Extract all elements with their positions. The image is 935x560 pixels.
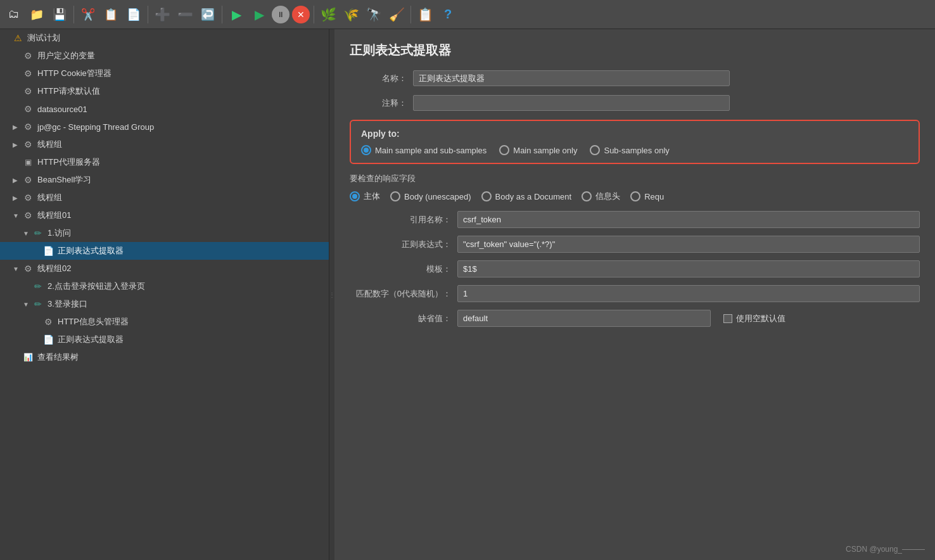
match-num-input[interactable]: [457, 285, 920, 302]
tree-item-regex-extractor2[interactable]: 📄 正则表达式提取器: [0, 331, 329, 348]
tree-item-regex-extractor[interactable]: 📄 正则表达式提取器: [0, 242, 329, 260]
tree-item-thread-group01[interactable]: ▼ ⚙ 线程组01: [0, 207, 329, 224]
arrow-login-api: ▼: [23, 301, 32, 308]
tree-item-http-cookie[interactable]: ⚙ HTTP Cookie管理器: [0, 65, 329, 82]
save-icon[interactable]: 💾: [49, 4, 70, 25]
tree-item-thread-group02[interactable]: ▼ ⚙ 线程组02: [0, 260, 329, 277]
tree-label-beanshell: BeanShell学习: [37, 174, 324, 186]
radio-body-unescaped[interactable]: Body (unescaped): [390, 191, 471, 201]
radio-main-only[interactable]: Main sample only: [499, 145, 577, 155]
radio-label-body: 主体: [364, 191, 380, 202]
tree-label-login-btn: 2.点击登录按钮进入登录页: [48, 281, 324, 292]
report1-icon[interactable]: 🌿: [318, 4, 338, 25]
tree-label-http-default: HTTP请求默认值: [37, 86, 324, 97]
name-input[interactable]: [413, 70, 730, 86]
radio-sub-only[interactable]: Sub-samples only: [590, 145, 669, 155]
regex-input[interactable]: [457, 236, 920, 253]
radio-request[interactable]: Requ: [630, 191, 664, 201]
remove-icon[interactable]: ➖: [175, 4, 195, 25]
login-api-icon: ✏: [32, 298, 44, 310]
add-icon[interactable]: ➕: [152, 4, 172, 25]
tree-item-test-plan[interactable]: ⚠ 测试计划: [0, 29, 329, 47]
radio-circle-sub-only: [590, 145, 600, 155]
tree-item-http-header-mgr[interactable]: ⚙ HTTP信息头管理器: [0, 313, 329, 331]
regex-extractor2-icon: 📄: [42, 333, 54, 346]
radio-label-body-unescaped: Body (unescaped): [404, 192, 471, 201]
regex-label: 正则表达式：: [350, 239, 451, 250]
tree-item-login-btn[interactable]: ✏ 2.点击登录按钮进入登录页: [0, 277, 329, 295]
toolbar: 🗂 📁 💾 ✂️ 📋 📄 ➕ ➖ ↩️ ▶ ▶ ⏸ ✕ 🌿 🌾 🔭 🧹 📋 ?: [0, 0, 935, 29]
http-proxy-icon: ▣: [22, 156, 34, 169]
tree-label-thread-group01: 线程组01: [37, 210, 324, 221]
arrow-visit: ▼: [23, 230, 32, 237]
radio-label-info-header: 信息头: [595, 191, 620, 202]
default-input[interactable]: [457, 310, 711, 327]
new-icon[interactable]: 🗂: [4, 4, 24, 25]
radio-body[interactable]: 主体: [350, 191, 380, 202]
tree-item-thread-group2[interactable]: ▶ ⚙ 线程组: [0, 189, 329, 207]
arrow-thread-group02: ▼: [13, 265, 22, 272]
paste-icon[interactable]: 📄: [124, 4, 144, 25]
tree-item-visit[interactable]: ▼ ✏ 1.访问: [0, 224, 329, 242]
undo-icon[interactable]: ↩️: [198, 4, 218, 25]
play-icon[interactable]: ▶: [226, 4, 246, 25]
list-icon[interactable]: 📋: [415, 4, 435, 25]
match-num-row: 匹配数字（0代表随机）：: [350, 285, 920, 302]
tree-item-datasource[interactable]: ⚙ datasource01: [0, 100, 329, 118]
tree-item-http-default[interactable]: ⚙ HTTP请求默认值: [0, 82, 329, 100]
http-header-mgr-icon: ⚙: [42, 315, 54, 328]
use-empty-checkbox[interactable]: [723, 314, 732, 323]
help-icon[interactable]: ?: [438, 4, 458, 25]
tree-item-thread-group1[interactable]: ▶ ⚙ 线程组: [0, 136, 329, 153]
template-row: 模板：: [350, 260, 920, 277]
radio-circle-body: [350, 191, 360, 201]
radio-label-request: Requ: [644, 192, 664, 201]
radio-circle-info-header: [582, 191, 592, 201]
radio-label-body-as-doc: Body as a Document: [495, 192, 572, 201]
regex-extractor-icon: 📄: [42, 245, 54, 257]
tree-label-jp-group: jp@gc - Stepping Thread Group: [37, 122, 324, 132]
report2-icon[interactable]: 🌾: [341, 4, 361, 25]
tree-label-test-plan: 测试计划: [27, 32, 324, 44]
template-input[interactable]: [457, 260, 920, 277]
tree-item-http-proxy[interactable]: ▣ HTTP代理服务器: [0, 153, 329, 171]
tree-label-visit: 1.访问: [48, 227, 324, 239]
comment-input[interactable]: [413, 95, 730, 111]
tree-label-regex-extractor: 正则表达式提取器: [58, 245, 324, 257]
radio-info-header[interactable]: 信息头: [582, 191, 620, 202]
use-empty-checkbox-option[interactable]: 使用空默认值: [723, 313, 786, 324]
binoculars-icon[interactable]: 🔭: [364, 4, 384, 25]
user-vars-icon: ⚙: [22, 49, 34, 62]
play-no-stop-icon[interactable]: ▶: [249, 4, 269, 25]
watermark: CSDN @young_———: [846, 545, 925, 554]
name-label: 名称：: [350, 73, 407, 84]
tree-item-user-vars[interactable]: ⚙ 用户定义的变量: [0, 47, 329, 65]
tree-item-jp-group[interactable]: ▶ ⚙ jp@gc - Stepping Thread Group: [0, 118, 329, 136]
radio-main-and-sub[interactable]: Main sample and sub-samples: [361, 145, 487, 155]
copy-icon[interactable]: 📋: [101, 4, 121, 25]
panel-resize-handle[interactable]: ⋮: [329, 29, 334, 560]
tree-label-http-header-mgr: HTTP信息头管理器: [58, 316, 324, 328]
use-empty-label: 使用空默认值: [736, 313, 786, 324]
cut-icon[interactable]: ✂️: [78, 4, 98, 25]
arrow-thread-group01: ▼: [13, 212, 22, 219]
tree-label-thread-group1: 线程组: [37, 139, 324, 150]
arrow-thread-group2: ▶: [13, 194, 22, 201]
default-row: 缺省值： 使用空默认值: [350, 310, 920, 327]
broom-icon[interactable]: 🧹: [386, 4, 407, 25]
pause-icon[interactable]: ⏸: [272, 6, 289, 23]
stop-icon[interactable]: ✕: [292, 6, 310, 23]
radio-body-as-doc[interactable]: Body as a Document: [481, 191, 572, 201]
sep5: [410, 6, 411, 23]
arrow-thread-group1: ▶: [13, 141, 22, 148]
sep2: [148, 6, 148, 23]
open-icon[interactable]: 📁: [27, 4, 47, 25]
thread-group2-icon: ⚙: [22, 191, 34, 204]
tree-item-beanshell[interactable]: ▶ ⚙ BeanShell学习: [0, 171, 329, 189]
ref-name-input[interactable]: [457, 211, 920, 228]
regex-row: 正则表达式：: [350, 236, 920, 253]
tree-item-result-tree[interactable]: 📊 查看结果树: [0, 348, 329, 366]
left-panel: ⚠ 测试计划 ⚙ 用户定义的变量 ⚙ HTTP Cookie管理器 ⚙ HTTP…: [0, 29, 329, 560]
datasource-icon: ⚙: [22, 103, 34, 115]
tree-item-login-api[interactable]: ▼ ✏ 3.登录接口: [0, 295, 329, 313]
